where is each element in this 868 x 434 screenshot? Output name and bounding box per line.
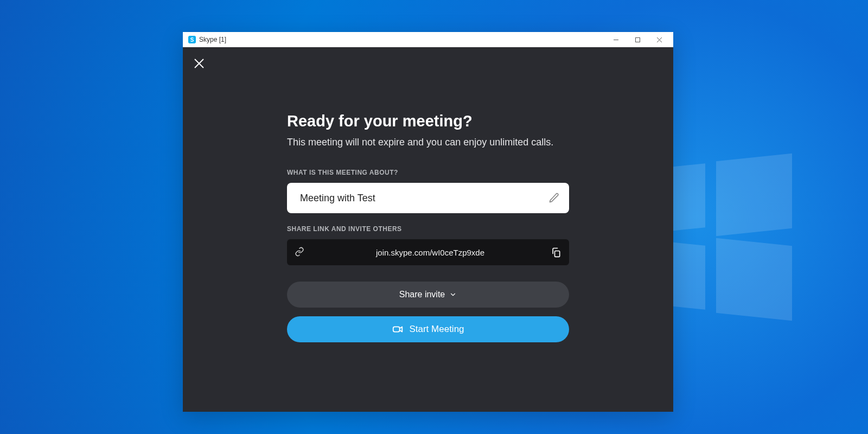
link-icon [295, 247, 305, 258]
meeting-topic-value: Meeting with Test [300, 193, 548, 204]
copy-icon[interactable] [551, 247, 561, 258]
page-title: Ready for your meeting? [287, 112, 569, 130]
close-window-button[interactable] [648, 32, 670, 47]
content-area: Ready for your meeting? This meeting wil… [183, 47, 673, 412]
svg-rect-6 [555, 251, 560, 257]
window-title: Skype [1] [199, 36, 226, 43]
share-invite-label: Share invite [399, 290, 445, 299]
topic-label: WHAT IS THIS MEETING ABOUT? [287, 169, 569, 176]
video-icon [392, 323, 404, 335]
minimize-button[interactable] [605, 32, 627, 47]
start-meeting-label: Start Meeting [409, 324, 464, 335]
share-link-label: SHARE LINK AND INVITE OTHERS [287, 225, 569, 233]
skype-app-icon: S [188, 36, 196, 43]
titlebar[interactable]: S Skype [1] [183, 32, 673, 47]
app-window: S Skype [1] Ready for your meeting? This… [183, 32, 673, 412]
page-subtitle: This meeting will not expire and you can… [287, 137, 569, 148]
share-invite-button[interactable]: Share invite [287, 282, 569, 308]
svg-rect-7 [393, 327, 400, 331]
meeting-link-text: join.skype.com/wI0ceTzp9xde [310, 248, 551, 257]
meeting-link-row: join.skype.com/wI0ceTzp9xde [287, 239, 569, 265]
chevron-down-icon [449, 291, 457, 298]
maximize-button[interactable] [627, 32, 648, 47]
meeting-setup-panel: Ready for your meeting? This meeting wil… [287, 112, 569, 342]
close-panel-button[interactable] [194, 58, 207, 71]
meeting-topic-input[interactable]: Meeting with Test [287, 183, 569, 213]
edit-icon[interactable] [548, 193, 559, 203]
svg-rect-1 [635, 37, 640, 42]
start-meeting-button[interactable]: Start Meeting [287, 316, 569, 342]
